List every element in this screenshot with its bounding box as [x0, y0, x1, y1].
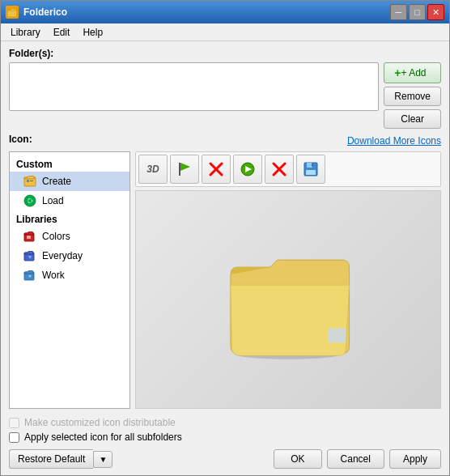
menu-edit[interactable]: Edit — [47, 25, 77, 40]
main-window: Folderico ─ □ ✕ Library Edit Help Folder… — [0, 0, 450, 476]
everyday-icon — [23, 249, 37, 263]
tree-item-load[interactable]: Load — [10, 191, 129, 210]
folders-section: Folder(s): + + Add Remove Clear — [9, 48, 441, 129]
svg-rect-22 — [307, 163, 312, 168]
title-controls: ─ □ ✕ — [390, 4, 444, 20]
menu-library[interactable]: Library — [4, 25, 47, 40]
tree-item-colors[interactable]: Colors — [10, 227, 129, 246]
toolbar-flag-green-button[interactable] — [170, 155, 199, 184]
restore-default-arrow[interactable]: ▼ — [93, 451, 112, 468]
plus-icon: + — [394, 66, 401, 79]
svg-rect-8 — [27, 236, 31, 239]
toolbar-play-green-button[interactable] — [233, 155, 262, 184]
main-content: Folder(s): + + Add Remove Clear Icon: Do… — [1, 41, 449, 475]
close-button[interactable]: ✕ — [427, 4, 444, 20]
load-icon — [23, 193, 37, 208]
svg-rect-23 — [306, 170, 316, 175]
folders-row: + + Add Remove Clear — [9, 62, 441, 129]
icon-section: Icon: Download More Icons Custom — [9, 134, 441, 409]
window-title: Folderico — [23, 6, 67, 18]
colors-label: Colors — [42, 231, 70, 242]
ok-button[interactable]: OK — [274, 449, 321, 469]
menu-help[interactable]: Help — [76, 25, 109, 40]
remove-button[interactable]: Remove — [384, 87, 441, 106]
svg-rect-24 — [312, 164, 313, 167]
checkbox-subfolders[interactable] — [9, 432, 19, 443]
maximize-button[interactable]: □ — [409, 4, 426, 20]
checkbox-distributable[interactable] — [9, 418, 19, 428]
checkbox-subfolders-label: Apply selected icon for all subfolders — [24, 431, 182, 443]
folders-listbox[interactable] — [9, 62, 379, 111]
svg-marker-14 — [180, 163, 190, 171]
icon-preview-area — [135, 190, 441, 409]
title-bar: Folderico ─ □ ✕ — [1, 1, 449, 23]
everyday-label: Everyday — [42, 250, 83, 261]
minimize-button[interactable]: ─ — [390, 4, 407, 20]
load-label: Load — [42, 195, 64, 206]
colors-icon — [23, 229, 37, 244]
cancel-button[interactable]: Cancel — [327, 449, 384, 469]
svg-rect-13 — [179, 163, 180, 176]
app-icon — [6, 6, 19, 19]
toolbar-3d-button[interactable]: 3D — [138, 155, 168, 184]
icon-header: Icon: Download More Icons — [9, 134, 441, 148]
menu-bar: Library Edit Help — [1, 23, 449, 41]
tree-item-create[interactable]: Create — [10, 172, 129, 191]
svg-rect-0 — [7, 10, 17, 17]
checkbox-distributable-row: Make customized icon distributable — [9, 417, 441, 428]
svg-point-12 — [28, 274, 32, 278]
folder-preview-svg — [215, 235, 361, 364]
title-bar-left: Folderico — [6, 6, 67, 19]
toolbar-x-red-button[interactable] — [202, 155, 231, 184]
right-panel: 3D — [135, 151, 441, 409]
restore-default-button[interactable]: Restore Default — [9, 449, 93, 469]
create-label: Create — [42, 176, 71, 187]
create-icon — [23, 174, 37, 189]
add-button[interactable]: + + Add — [384, 62, 441, 83]
svg-rect-26 — [328, 329, 346, 343]
icon-label: Icon: — [9, 134, 32, 145]
svg-rect-2 — [27, 180, 29, 182]
custom-group-label: Custom — [10, 155, 129, 172]
libraries-group-label: Libraries — [10, 210, 129, 227]
bottom-section: Make customized icon distributable Apply… — [9, 414, 441, 469]
work-icon — [23, 268, 37, 283]
checkbox-subfolders-row[interactable]: Apply selected icon for all subfolders — [9, 431, 441, 443]
tree-item-work[interactable]: Work — [10, 266, 129, 285]
clear-button[interactable]: Clear — [384, 109, 441, 129]
svg-point-6 — [28, 199, 32, 203]
work-label: Work — [42, 270, 65, 281]
action-bar: Restore Default ▼ OK Cancel Apply — [9, 446, 441, 469]
action-buttons: OK Cancel Apply — [274, 449, 441, 469]
checkbox-distributable-label: Make customized icon distributable — [24, 417, 176, 428]
toolbar-save-button[interactable] — [296, 155, 325, 184]
apply-button[interactable]: Apply — [389, 449, 441, 469]
folders-label: Folder(s): — [9, 48, 441, 59]
icon-body: Custom Create — [9, 151, 441, 409]
icon-tree-panel: Custom Create — [9, 151, 130, 409]
restore-default-group: Restore Default ▼ — [9, 449, 112, 469]
tree-item-everyday[interactable]: Everyday — [10, 246, 129, 266]
toolbar-x-red2-button[interactable] — [265, 155, 294, 184]
download-more-link[interactable]: Download More Icons — [347, 135, 441, 147]
icon-toolbar: 3D — [135, 151, 441, 187]
folders-buttons: + + Add Remove Clear — [384, 62, 441, 129]
